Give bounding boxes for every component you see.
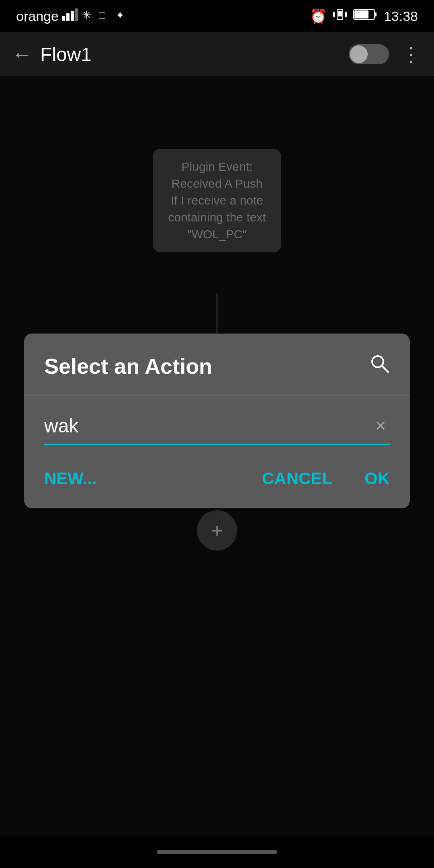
dialog-title: Select an Action: [44, 354, 212, 379]
app-title: Flow1: [40, 43, 92, 66]
svg-rect-8: [338, 11, 342, 16]
svg-rect-13: [354, 10, 368, 18]
signal-icon: [62, 8, 79, 25]
svg-rect-12: [375, 12, 377, 16]
dialog-input-wrapper: ×: [44, 411, 390, 445]
svg-rect-9: [333, 12, 335, 17]
dialog-divider: [24, 395, 410, 395]
ok-button[interactable]: OK: [348, 465, 390, 492]
new-action-button[interactable]: NEW...: [44, 465, 246, 492]
status-right: ⏰ 13:38: [310, 8, 418, 25]
status-left: orange ✳ □ ✦: [16, 8, 129, 25]
home-indicator: [157, 850, 277, 854]
svg-rect-2: [71, 11, 74, 21]
nfc-icon: ✦: [116, 8, 129, 25]
app-bar-right: ⋮: [349, 43, 422, 66]
svg-line-15: [382, 366, 388, 372]
svg-rect-1: [66, 13, 70, 21]
vibrate-icon: [333, 8, 347, 25]
status-bar: orange ✳ □ ✦ ⏰: [0, 0, 434, 32]
dialog-actions: NEW... CANCEL OK: [44, 465, 390, 492]
clear-input-button[interactable]: ×: [371, 411, 390, 440]
svg-text:✦: ✦: [116, 9, 125, 21]
more-menu-button[interactable]: ⋮: [401, 43, 422, 66]
cancel-button[interactable]: CANCEL: [246, 465, 348, 492]
svg-text:□: □: [99, 9, 105, 21]
select-action-dialog: Select an Action × NEW... CANCEL OK: [24, 334, 410, 508]
main-canvas: Plugin Event: Received A PushIf I receiv…: [0, 76, 434, 836]
dialog-header: Select an Action: [44, 354, 390, 379]
dialog-search-icon[interactable]: [370, 354, 390, 379]
search-input[interactable]: [44, 415, 371, 437]
carrier-text: orange: [16, 8, 59, 24]
app-bar: ← Flow1 ⋮: [0, 32, 434, 76]
battery-icon: [353, 8, 377, 25]
alarm-icon: ⏰: [310, 8, 327, 24]
nav-bar: [0, 836, 434, 868]
wifi-icon: ✳: [82, 8, 96, 25]
time-text: 13:38: [384, 8, 418, 24]
svg-text:✳: ✳: [82, 9, 91, 21]
svg-rect-0: [62, 16, 65, 21]
svg-rect-10: [345, 12, 347, 17]
back-button[interactable]: ←: [12, 43, 32, 66]
flow-toggle[interactable]: [349, 44, 389, 64]
svg-rect-3: [75, 8, 78, 21]
cast-icon: □: [99, 8, 113, 25]
app-bar-left: ← Flow1: [12, 43, 92, 66]
